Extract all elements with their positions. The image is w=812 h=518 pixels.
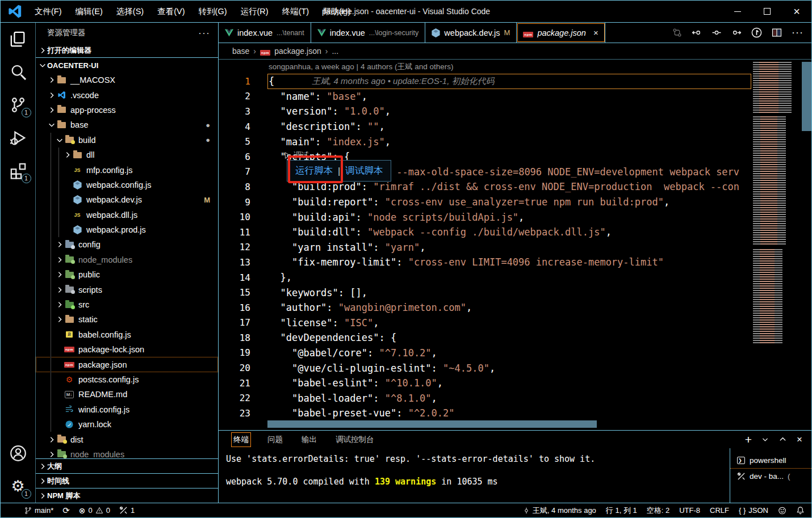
panel-tab-终端[interactable]: 终端 [232, 433, 250, 447]
panel-tab-调试控制台[interactable]: 调试控制台 [334, 433, 376, 447]
tree-item-webpack.dev.js[interactable]: webpack.dev.jsM [36, 192, 218, 207]
minimize-button[interactable] [723, 1, 752, 22]
sidebar-more-actions-icon[interactable]: ··· [198, 27, 210, 39]
tree-item-yarn.lock[interactable]: yarn.lock [36, 417, 218, 432]
tree-item-mfp.config.js[interactable]: JSmfp.config.js [36, 162, 218, 177]
code-line-20[interactable]: 20 "@vue/cli-plugin-eslint": "~4.5.0", [219, 360, 811, 376]
code-line-23[interactable]: 23 "babel-preset-vue": "^2.0.2" [219, 406, 811, 421]
editor-tab-index.vue[interactable]: index.vue...\login-security [311, 23, 426, 43]
tree-item-build[interactable]: build● [36, 133, 218, 148]
status-right-0[interactable]: 王斌, 4 months ago [523, 506, 596, 516]
sidebar-section-时间线[interactable]: 时间线 [36, 473, 218, 488]
tree-item-config[interactable]: config [36, 237, 218, 252]
new-terminal-icon[interactable]: + [745, 433, 752, 445]
code-line-11[interactable]: 11 "build:dll": "webpack --config ./buil… [219, 225, 811, 240]
open-editors-section[interactable]: 打开的编辑器 [36, 43, 218, 58]
status-right-6[interactable] [778, 507, 786, 515]
terminal-instance-powershell[interactable]: ❯powershell [730, 453, 811, 468]
tree-item-app-process[interactable]: app-process [36, 103, 218, 117]
more-actions-icon[interactable]: ··· [792, 27, 803, 39]
workspace-root[interactable]: OACENTER-UI [36, 58, 218, 73]
terminal-instance-devba[interactable]: dev - ba... ( [730, 468, 811, 483]
editor-tab-package.json[interactable]: npmpackage.json× [517, 23, 605, 43]
tree-item-dist[interactable]: dist [36, 432, 218, 447]
tree-item-babel.config.js[interactable]: Bbabel.config.js [36, 327, 218, 342]
codelens-debug-link[interactable]: 调试 [284, 150, 309, 161]
code-line-4[interactable]: 4 "description": "", [219, 119, 811, 134]
breadcrumb[interactable]: base›npmpackage.json›... [219, 43, 811, 60]
status-right-2[interactable]: 空格: 2 [647, 506, 669, 516]
tree-item-node_modules[interactable]: node_modules [36, 252, 218, 267]
code-line-3[interactable]: 3 "version": "1.0.0", [219, 104, 811, 119]
code-line-5[interactable]: 5 "main": "index.js", [219, 134, 811, 149]
code-line-1[interactable]: 1{王斌, 4 months ago • update:EOS-1, 初始化代码 [219, 74, 811, 89]
code-line-21[interactable]: 21 "babel-eslint": "^10.1.0", [219, 376, 811, 391]
activity-bar-item-settings[interactable]: ⚙1 [1, 470, 36, 503]
next-change-icon[interactable] [731, 28, 742, 37]
code-line-19[interactable]: 19 "@babel/core": "^7.10.2", [219, 346, 811, 361]
tree-item-README.md[interactable]: M↓README.md [36, 387, 218, 402]
tree-item-static[interactable]: static [36, 312, 218, 327]
tree-item-.vscode[interactable]: .vscode [36, 87, 218, 102]
menu-item-R[interactable]: 运行(R) [233, 1, 275, 22]
tree-item-package.json[interactable]: npmpackage.json [36, 357, 218, 372]
gitlens-file-annotation[interactable]: songpanhua, a week ago | 4 authors (王斌 a… [219, 60, 811, 74]
activity-bar-item-account[interactable] [1, 437, 36, 470]
code-line-16[interactable]: 16 "author": "wangbin@primeton.com", [219, 300, 811, 315]
tree-item-postcss.config.js[interactable]: ⚙postcss.config.js [36, 372, 218, 387]
changes-icon[interactable] [711, 28, 722, 37]
code-line-2[interactable]: 2 "name": "base", [219, 89, 811, 104]
editor-tab-webpack.dev.js[interactable]: webpack.dev.jsM [425, 23, 517, 43]
status-sync[interactable]: ⟳ [62, 506, 70, 516]
panel-tab-问题[interactable]: 问题 [266, 433, 284, 447]
sidebar-section-大纲[interactable]: 大纲 [36, 458, 218, 473]
breadcrumb-item-2[interactable]: ... [332, 47, 338, 56]
close-tab-icon[interactable]: × [593, 28, 598, 37]
vertical-scrollbar[interactable] [802, 62, 811, 131]
code-line-8[interactable]: 8 "build:prod": "rimraf ../dist && cross… [219, 179, 811, 195]
status-errors[interactable]: ⊗00 [79, 506, 110, 515]
code-line-13[interactable]: 13 "fix-memroy-limit": "cross-env LIMIT=… [219, 255, 811, 270]
menu-item-T[interactable]: 终端(T) [275, 1, 316, 22]
menu-item-S[interactable]: 选择(S) [110, 1, 150, 22]
tree-item-__MACOSX[interactable]: __MACOSX [36, 73, 218, 87]
run-script-link[interactable]: 运行脚本 [295, 165, 333, 177]
status-right-4[interactable]: CRLF [710, 506, 729, 515]
code-line-22[interactable]: 22 "babel-loader": "^8.1.0", [219, 390, 811, 406]
panel-tab-输出[interactable]: 输出 [300, 433, 319, 447]
code-line-10[interactable]: 10 "build:api": "node scripts/buildApi.j… [219, 209, 811, 225]
status-tools[interactable]: 1 [119, 506, 135, 515]
code-line-18[interactable]: 18 "devDependencies": { [219, 330, 811, 346]
menu-item-V[interactable]: 查看(V) [150, 1, 191, 22]
maximize-button[interactable] [752, 1, 782, 22]
activity-bar-item-search[interactable] [1, 56, 36, 89]
code-line-17[interactable]: 17 "license": "ISC", [219, 315, 811, 331]
activity-bar-item-source-control[interactable]: 1 [1, 89, 36, 121]
gitlens-features-icon[interactable] [751, 27, 762, 38]
tree-item-node_modules[interactable]: node_modules [36, 447, 218, 458]
close-panel-icon[interactable]: × [797, 434, 802, 445]
tree-item-webpack.config.js[interactable]: webpack.config.js [36, 178, 218, 192]
sidebar-section-NPM脚本[interactable]: NPM 脚本 [36, 488, 218, 503]
tree-item-public[interactable]: public [36, 267, 218, 282]
status-right-5[interactable]: { }JSON [739, 506, 768, 515]
status-right-3[interactable]: UTF-8 [679, 506, 700, 515]
horizontal-scrollbar[interactable] [267, 420, 597, 428]
status-right-1[interactable]: 行 1, 列 1 [606, 506, 637, 516]
menu-item-G[interactable]: 转到(G) [192, 1, 234, 22]
tree-item-windi.config.js[interactable]: windi.config.js [36, 402, 218, 417]
terminal-output[interactable]: Use 'stats.errorDetails: true' resp. '--… [219, 448, 730, 503]
tree-item-dll[interactable]: dll [36, 148, 218, 162]
tree-item-package-lock.json[interactable]: npmpackage-lock.json [36, 342, 218, 357]
menu-item-E[interactable]: 编辑(E) [69, 1, 110, 22]
previous-change-icon[interactable] [692, 28, 702, 37]
menu-item-F[interactable]: 文件(F) [28, 1, 69, 22]
tree-item-scripts[interactable]: scripts [36, 282, 218, 297]
tree-item-src[interactable]: src [36, 297, 218, 312]
editor-tab-index.vue[interactable]: index.vue...\tenant [219, 23, 311, 43]
activity-bar-item-run-and-debug[interactable] [1, 121, 36, 154]
tree-item-base[interactable]: base● [36, 117, 218, 132]
menu-item-H[interactable]: 帮助(H) [316, 1, 357, 22]
code-line-12[interactable]: 12 "yarn install": "yarn", [219, 240, 811, 255]
code-line-15[interactable]: 15 "keywords": [], [219, 285, 811, 300]
